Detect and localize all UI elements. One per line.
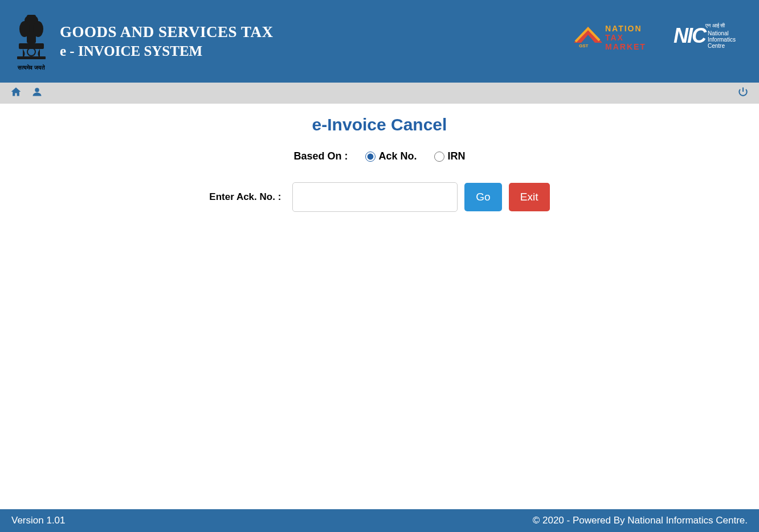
nic-full-1: National [708, 30, 736, 36]
svg-point-5 [27, 48, 35, 56]
radio-ack-no[interactable]: Ack No. [365, 150, 417, 162]
svg-point-11 [35, 88, 39, 92]
toolbar [0, 83, 759, 104]
go-button[interactable]: Go [464, 183, 501, 211]
header-logos: GST NATION TAX MARKET NIC एन आई सी Natio… [571, 20, 748, 51]
svg-text:NATION: NATION [605, 24, 642, 33]
svg-point-3 [33, 21, 43, 37]
emblem-caption: सत्यमेव जयते [18, 64, 45, 71]
radio-irn[interactable]: IRN [434, 150, 466, 162]
nic-hindi: एन आई सी [705, 23, 736, 29]
nic-full-2: Informatics [708, 36, 736, 43]
nic-full-3: Centre [708, 43, 736, 49]
svg-text:MARKET: MARKET [605, 42, 646, 51]
radio-ack-no-label: Ack No. [379, 150, 417, 162]
radio-ack-no-input[interactable] [365, 152, 376, 162]
user-icon[interactable] [32, 86, 42, 100]
app-title-line1: GOODS AND SERVICES TAX [60, 23, 273, 41]
based-on-label: Based On : [293, 150, 348, 162]
svg-text:GST: GST [579, 43, 589, 48]
national-emblem: सत्यमेव जयते [11, 7, 51, 76]
nic-abbrev: NIC [674, 24, 705, 48]
header-titles: GOODS AND SERVICES TAX e - INVOICE SYSTE… [60, 23, 273, 59]
input-row: Enter Ack. No. : Go Exit [11, 182, 748, 212]
footer-version: Version 1.01 [11, 515, 66, 526]
radio-irn-input[interactable] [434, 152, 444, 162]
ashoka-emblem-icon [14, 12, 48, 63]
svg-text:TAX: TAX [605, 33, 624, 42]
ack-no-input[interactable] [292, 182, 458, 212]
based-on-row: Based On : Ack No. IRN [11, 150, 748, 162]
footer: Version 1.01 © 2020 - Powered By Nationa… [0, 509, 759, 532]
app-title-line2: e - INVOICE SYSTEM [60, 43, 273, 59]
svg-point-2 [19, 21, 30, 37]
app-header: सत्यमेव जयते GOODS AND SERVICES TAX e - … [0, 0, 759, 83]
page-title: e-Invoice Cancel [11, 115, 748, 134]
exit-button[interactable]: Exit [509, 183, 550, 211]
main-content: e-Invoice Cancel Based On : Ack No. IRN … [0, 104, 759, 509]
nic-logo: NIC एन आई सी National Informatics Centre [674, 20, 748, 51]
home-icon[interactable] [10, 86, 22, 100]
radio-irn-label: IRN [448, 150, 466, 162]
gst-nation-logo: GST NATION TAX MARKET [571, 20, 668, 51]
ack-no-label: Enter Ack. No. : [209, 191, 281, 203]
power-icon[interactable] [737, 87, 749, 100]
footer-copyright: © 2020 - Powered By National Informatics… [533, 515, 748, 526]
svg-rect-6 [17, 56, 46, 59]
